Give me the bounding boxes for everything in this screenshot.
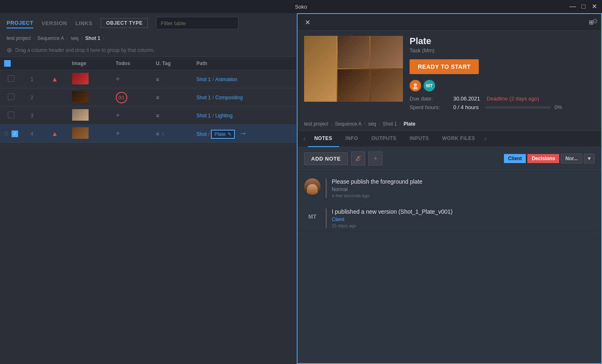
row-checkbox[interactable] xyxy=(8,93,14,100)
row-todos-cell[interactable]: 0/1 xyxy=(112,89,152,107)
row-todos-cell[interactable]: + xyxy=(112,70,152,89)
due-date-row: Due date: 30.06.2021 Deadline (2 days ag… xyxy=(410,96,595,102)
row-checkbox-cell[interactable] xyxy=(0,70,22,89)
row-utag-cell: ≡ ↑ xyxy=(152,125,192,143)
table-row[interactable]: 2 0/1 ≡ Shot 1 / xyxy=(0,89,296,107)
tabs-next-button[interactable]: › xyxy=(482,135,489,142)
filter-tags: Client Decisions Nor... ▼ xyxy=(504,154,595,163)
right-breadcrumb-item[interactable]: seq xyxy=(368,121,376,127)
todo-badge[interactable]: 0/1 xyxy=(116,92,127,103)
notes-add-button[interactable]: + xyxy=(368,152,382,166)
path-link-sub[interactable]: Animation xyxy=(215,77,237,82)
add-todo-btn[interactable]: + xyxy=(116,111,120,119)
drag-handle-icon[interactable]: ⠿ xyxy=(4,131,8,137)
add-todo-btn[interactable]: + xyxy=(116,75,120,83)
path-link[interactable]: Shot 1 xyxy=(197,77,211,82)
mute-mic-button[interactable] xyxy=(351,152,365,166)
breadcrumb-item[interactable]: seq xyxy=(70,35,78,41)
maximize-button[interactable]: □ xyxy=(581,4,586,9)
note-author-initials: MT xyxy=(308,213,316,220)
path-link[interactable]: Shot xyxy=(197,131,207,137)
plate-highlight[interactable]: Plate ✎ xyxy=(211,130,234,139)
list-icon[interactable]: ≡ xyxy=(156,94,159,101)
assignee-avatar-2: MT xyxy=(424,80,435,91)
table-row[interactable]: ⠿ ✓ 4 ▲ + ≡ xyxy=(0,125,296,143)
tab-work-files[interactable]: WORK FILES xyxy=(436,131,482,147)
select-all-checkbox[interactable]: — xyxy=(4,60,11,67)
spent-hours-value: 0 / 4 hours xyxy=(453,104,478,110)
detail-info: Plate Task (Mm) READY TO START MT Due da… xyxy=(410,36,595,113)
tab-inputs[interactable]: INPUTS xyxy=(403,131,436,147)
gear-icon[interactable]: ⚙ xyxy=(592,17,598,25)
row-checkbox-cell[interactable] xyxy=(0,107,22,125)
row-path-cell: Shot / Plate ✎ → xyxy=(192,125,296,143)
assignee-avatar-1 xyxy=(410,80,421,91)
row-utag-cell: ≡ xyxy=(152,89,192,107)
path-link-sub[interactable]: Compositing xyxy=(215,95,243,100)
row-checkbox[interactable] xyxy=(8,112,14,118)
row-thumbnail xyxy=(72,127,89,139)
row-thumbnail xyxy=(72,109,89,121)
row-todos-cell[interactable]: + xyxy=(112,107,152,125)
list-icon[interactable]: ≡ xyxy=(156,76,159,83)
tag-normal-button[interactable]: Nor... xyxy=(561,154,582,163)
path-link-sub[interactable]: Lighting xyxy=(215,113,232,119)
row-image-cell xyxy=(68,107,112,125)
path-link[interactable]: Shot 1 xyxy=(197,113,211,119)
row-checkbox-cell[interactable]: ⠿ ✓ xyxy=(0,125,22,143)
row-todos-cell[interactable]: + xyxy=(112,125,152,143)
breadcrumb-item[interactable]: Sequence A xyxy=(37,35,64,41)
note-item: MT I published a new version (Shot_1_Pla… xyxy=(297,203,601,233)
row-thumbnail xyxy=(72,91,89,103)
navigate-arrow-icon: → xyxy=(239,128,247,138)
row-image-cell xyxy=(68,125,112,143)
filter-input[interactable] xyxy=(156,17,239,29)
close-window-button[interactable]: ✕ xyxy=(591,4,597,9)
path-link[interactable]: Shot 1 xyxy=(197,95,211,100)
spent-bar-background xyxy=(485,106,551,109)
notes-list: Please publish the foreground plate Norm… xyxy=(297,170,601,363)
note-item: Please publish the foreground plate Norm… xyxy=(297,173,601,203)
note-text-1: Please publish the foreground plate xyxy=(332,178,595,185)
spent-percent: 0% xyxy=(554,104,562,110)
list-icon[interactable]: ≡ xyxy=(156,112,159,119)
warning-icon: ▲ xyxy=(42,70,68,89)
row-checkbox[interactable] xyxy=(8,75,14,82)
right-breadcrumb-item[interactable]: Sequence A xyxy=(335,121,362,127)
breadcrumb-item[interactable]: test project xyxy=(7,35,31,41)
list-icon[interactable]: ≡ xyxy=(156,131,159,137)
add-todo-btn[interactable]: + xyxy=(116,129,120,138)
row-image-cell xyxy=(68,70,112,89)
nav-object-type[interactable]: OBJECT TYPE xyxy=(101,18,148,28)
nav-project[interactable]: PROJECT xyxy=(7,18,33,28)
add-note-button[interactable]: ADD NOTE xyxy=(304,152,348,165)
collage-cell xyxy=(304,36,337,102)
ready-to-start-button[interactable]: READY TO START xyxy=(410,59,479,74)
table-row[interactable]: 3 + ≡ Shot 1 / xyxy=(0,107,296,125)
tag-decisions-button[interactable]: Decisions xyxy=(527,154,559,163)
row-checkbox[interactable]: ✓ xyxy=(12,131,18,137)
table-row[interactable]: 1 ▲ + ≡ Shot 1 / xyxy=(0,70,296,89)
nav-version[interactable]: VERSION xyxy=(42,19,67,28)
tabs-prev-button[interactable]: ‹ xyxy=(301,135,308,142)
top-nav: PROJECT VERSION LINKS OBJECT TYPE xyxy=(0,13,296,33)
note-time-1: a few seconds ago xyxy=(332,193,595,198)
tag-dropdown-button[interactable]: ▼ xyxy=(584,154,595,163)
tag-client-button[interactable]: Client xyxy=(504,154,526,163)
tab-outputs[interactable]: OUTPUTS xyxy=(365,131,403,147)
detail-title: Plate xyxy=(410,36,595,47)
nav-links[interactable]: LINKS xyxy=(75,19,93,28)
app-title: Soko xyxy=(295,4,307,10)
group-hint-text: Drag a column header and drop it here to… xyxy=(15,47,155,53)
col-utag: U. Tag xyxy=(152,57,192,70)
row-checkbox-cell[interactable] xyxy=(0,89,22,107)
right-breadcrumb-item[interactable]: Shot 1 xyxy=(383,121,397,127)
tab-info[interactable]: INFO xyxy=(339,131,365,147)
right-top-bar: ✕ ⊞ xyxy=(297,14,601,31)
row-utag-cell: ≡ xyxy=(152,107,192,125)
close-panel-button[interactable]: ✕ xyxy=(302,17,312,27)
group-hint: ⊕ Drag a column header and drop it here … xyxy=(0,44,296,57)
tab-notes[interactable]: NOTES xyxy=(308,131,339,147)
minimize-button[interactable]: — xyxy=(570,4,576,9)
right-breadcrumb-item[interactable]: test project xyxy=(304,121,328,127)
